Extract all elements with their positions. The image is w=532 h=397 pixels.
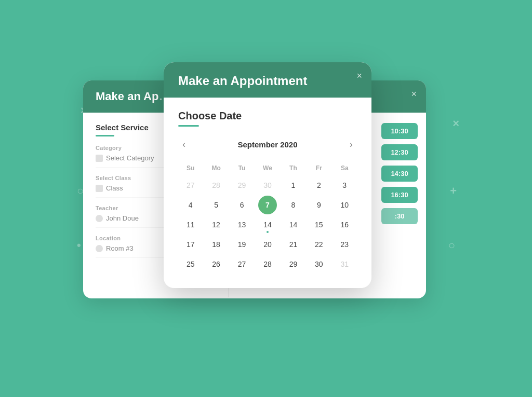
cal-day[interactable]: 11 (181, 215, 200, 234)
cal-day[interactable]: 13 (233, 215, 251, 234)
cal-day-selected[interactable]: 7 (258, 196, 277, 214)
calendar-prev-button[interactable]: ‹ (178, 137, 190, 152)
cal-day-today[interactable]: 14 (258, 215, 277, 234)
cal-day[interactable]: 3 (335, 176, 354, 195)
calendar-nav: ‹ September 2020 › (178, 137, 357, 152)
cal-day[interactable]: 20 (258, 235, 277, 254)
time-btn-1430[interactable]: 14:30 (381, 166, 418, 182)
cal-header-th: Th (281, 161, 305, 175)
cal-day[interactable]: 2 (310, 176, 328, 195)
cal-day[interactable]: 31 (335, 255, 354, 273)
time-btn-1230[interactable]: 12:30 (381, 144, 418, 160)
choose-date-title: Choose Date (178, 110, 357, 122)
cal-day[interactable]: 30 (310, 255, 328, 273)
cal-day[interactable]: 22 (310, 235, 328, 254)
cal-header-sa: Sa (332, 161, 357, 175)
location-icon (96, 245, 103, 252)
cal-day[interactable]: 16 (335, 215, 354, 234)
calendar-grid: Su Mo Tu We Th Fr Sa 27 28 29 30 1 2 3 4… (178, 161, 357, 273)
cal-day[interactable]: 26 (207, 255, 225, 273)
time-btn-1030[interactable]: 10:30 (381, 123, 418, 139)
cal-day[interactable]: 25 (181, 255, 200, 273)
cal-day[interactable]: 29 (233, 176, 251, 195)
teacher-icon (96, 215, 103, 222)
cal-header-fr: Fr (307, 161, 331, 175)
dialog-front-close-button[interactable]: × (356, 71, 362, 81)
calendar-next-button[interactable]: › (345, 137, 357, 152)
cal-header-tu: Tu (230, 161, 254, 175)
cal-day[interactable]: 14 (284, 215, 302, 234)
cal-day[interactable]: 27 (181, 176, 200, 195)
dialog-front-header: Make an Appointment × (164, 62, 371, 98)
cal-day[interactable]: 12 (207, 215, 225, 234)
cal-day[interactable]: 9 (310, 196, 328, 214)
cal-day[interactable]: 4 (181, 196, 200, 214)
cal-day[interactable]: 8 (284, 196, 302, 214)
cal-header-we: We (255, 161, 280, 175)
class-icon (96, 185, 103, 192)
cal-header-su: Su (178, 161, 203, 175)
dialog-front: Make an Appointment × Choose Date ‹ Sept… (164, 62, 371, 288)
time-btn-last[interactable]: :30 (381, 208, 418, 224)
dialog-front-title: Make an Appointment (178, 74, 357, 88)
category-icon (96, 155, 103, 162)
cal-day[interactable]: 6 (233, 196, 251, 214)
cal-day[interactable]: 23 (335, 235, 354, 254)
bg-symbol-4: + (450, 184, 457, 198)
cal-day[interactable]: 19 (233, 235, 251, 254)
cal-header-mo: Mo (204, 161, 228, 175)
cal-day[interactable]: 18 (207, 235, 225, 254)
cal-day[interactable]: 5 (207, 196, 225, 214)
cal-day[interactable]: 10 (335, 196, 354, 214)
choose-date-underline (178, 125, 199, 127)
dialog-front-body: Choose Date ‹ September 2020 › Su Mo Tu … (164, 98, 371, 288)
time-btn-1630[interactable]: 16:30 (381, 187, 418, 203)
cal-day[interactable]: 29 (284, 255, 302, 273)
heading-underline (96, 135, 114, 136)
bg-symbol-6: × (453, 117, 459, 130)
dialog-back-close-button[interactable]: × (411, 89, 417, 100)
cal-day[interactable]: 21 (284, 235, 302, 254)
cal-day[interactable]: 27 (233, 255, 251, 273)
bg-symbol-5: ○ (448, 239, 455, 252)
cal-day[interactable]: 15 (310, 215, 328, 234)
cal-day[interactable]: 17 (181, 235, 200, 254)
bg-symbol-3: • (77, 239, 81, 252)
cal-day[interactable]: 1 (284, 176, 302, 195)
cal-day[interactable]: 30 (258, 176, 277, 195)
cal-day[interactable]: 28 (258, 255, 277, 273)
calendar-month-year: September 2020 (237, 140, 297, 149)
cal-day[interactable]: 28 (207, 176, 225, 195)
